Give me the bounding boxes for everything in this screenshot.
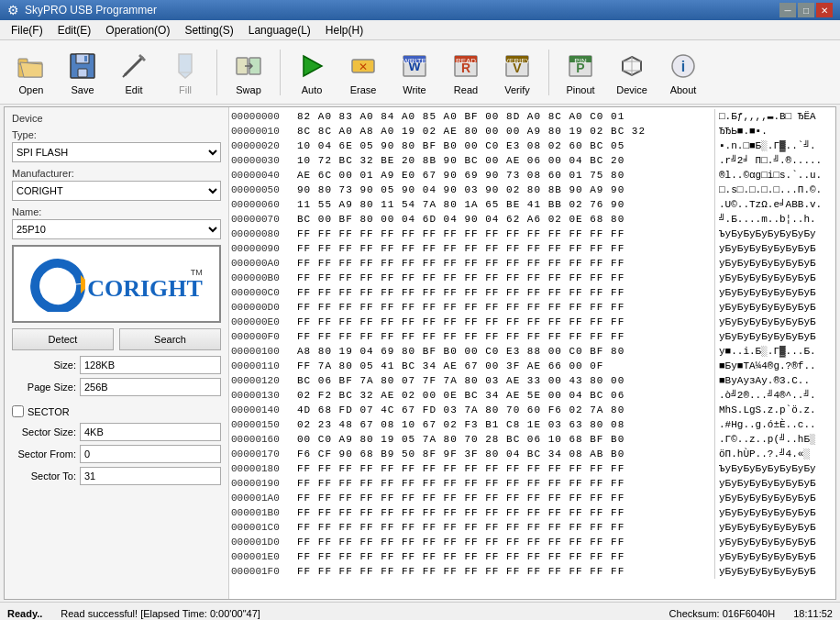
page-size-input[interactable] <box>80 378 221 396</box>
hex-bytes: 02 23 48 67 08 10 67 02 F3 B1 C8 1E 03 6… <box>297 417 714 432</box>
hex-row: 00000110 FF 7A 80 05 41 BC 34 AE 67 00 3… <box>231 359 834 373</box>
size-input[interactable] <box>80 356 221 374</box>
hex-address: 000000D0 <box>231 300 297 315</box>
save-button[interactable]: Save <box>59 44 106 101</box>
hex-address: 00000080 <box>231 227 297 241</box>
read-button[interactable]: READR Read <box>442 44 490 101</box>
hex-address: 000001A0 <box>231 491 297 505</box>
menu-file[interactable]: File(F) <box>4 22 50 39</box>
hex-bytes: FF FF FF FF FF FF FF FF FF FF FF FF FF F… <box>297 549 714 564</box>
hex-row: 000001B0 FF FF FF FF FF FF FF FF FF FF F… <box>231 505 834 520</box>
hex-row: 00000190 FF FF FF FF FF FF FF FF FF FF F… <box>231 476 834 491</box>
hex-row: 000001D0 FF FF FF FF FF FF FF FF FF FF F… <box>231 535 834 549</box>
size-label: Size: <box>12 360 76 371</box>
status-time: 18:11:52 <box>793 608 833 619</box>
open-button[interactable]: Open <box>7 44 55 101</box>
pinout-label: Pinout <box>566 84 594 95</box>
write-button[interactable]: WWRITE Write <box>391 44 438 101</box>
hex-ascii: ╝.Б....m..b¦..h. <box>714 212 834 227</box>
menu-language[interactable]: Language(L) <box>241 22 318 39</box>
hex-address: 00000160 <box>231 432 297 447</box>
hex-ascii: уБуБуБуБуБуБуБуБ <box>714 476 834 491</box>
erase-label: Erase <box>350 84 377 95</box>
hex-ascii: ЪуБуБуБуБуБуБуБу <box>714 227 834 241</box>
pinout-button[interactable]: PINP Pinout <box>557 44 604 101</box>
sector-checkbox[interactable] <box>12 405 24 417</box>
hex-row: 000000B0 FF FF FF FF FF FF FF FF FF FF F… <box>231 271 834 285</box>
status-bar: Ready.. Read successful! [Elapsed Time: … <box>0 602 840 620</box>
hex-address: 00000010 <box>231 124 297 138</box>
device-button[interactable]: Device <box>608 44 656 101</box>
hex-bytes: FF FF FF FF FF FF FF FF FF FF FF FF FF F… <box>297 315 714 329</box>
hex-address: 00000060 <box>231 197 297 212</box>
hex-address: 000000C0 <box>231 285 297 300</box>
hex-ascii: уБуБуБуБуБуБуБуБ <box>714 535 834 549</box>
save-label: Save <box>71 84 94 95</box>
manufacturer-select[interactable]: CORIGHT <box>12 181 221 201</box>
search-button[interactable]: Search <box>119 328 221 350</box>
logo-right-text: CORIGHT <box>87 277 203 301</box>
hex-address: 00000020 <box>231 138 297 153</box>
hex-row: 00000090 FF FF FF FF FF FF FF FF FF FF F… <box>231 241 834 256</box>
sector-size-input[interactable] <box>80 423 221 441</box>
hex-ascii: MhЅ.LgЅ.z.p`ö.z. <box>714 403 834 417</box>
open-icon <box>15 50 48 83</box>
auto-label: Auto <box>302 84 323 95</box>
main-content: Device Type: SPI FLASH Manufacturer: COR… <box>4 106 836 600</box>
swap-button[interactable]: Swap <box>225 44 272 101</box>
menu-help[interactable]: Help(H) <box>318 22 370 39</box>
hex-bytes: FF FF FF FF FF FF FF FF FF FF FF FF FF F… <box>297 476 714 491</box>
name-select[interactable]: 25P10 <box>12 219 221 239</box>
sector-size-row: Sector Size: <box>12 423 221 441</box>
auto-icon <box>295 50 328 83</box>
about-button[interactable]: i About <box>659 44 707 101</box>
hex-bytes: FF FF FF FF FF FF FF FF FF FF FF FF FF F… <box>297 564 714 579</box>
hex-address: 00000090 <box>231 241 297 256</box>
hex-row: 00000170 F6 CF 90 68 B9 50 8F 9F 3F 80 0… <box>231 447 834 461</box>
read-icon: READR <box>449 50 482 83</box>
hex-ascii: уБуБуБуБуБуБуБуБ <box>714 315 834 329</box>
hex-panel[interactable]: 00000000 82 A0 83 A0 84 A0 85 A0 BF 00 8… <box>229 107 835 599</box>
sector-size-label: Sector Size: <box>12 426 76 437</box>
fill-button[interactable]: Fill <box>161 44 209 101</box>
about-icon: i <box>667 50 700 83</box>
device-label: Device <box>616 84 647 95</box>
hex-bytes: 8C 8C A0 A8 A0 19 02 AE 80 00 00 A9 80 1… <box>297 124 714 138</box>
hex-row: 000000E0 FF FF FF FF FF FF FF FF FF FF F… <box>231 315 834 329</box>
maximize-button[interactable]: □ <box>798 3 814 17</box>
menu-setting[interactable]: Setting(S) <box>177 22 240 39</box>
hex-address: 000000B0 <box>231 271 297 285</box>
menu-edit[interactable]: Edit(E) <box>50 22 99 39</box>
read-label: Read <box>454 84 478 95</box>
menu-operation[interactable]: Operation(O) <box>98 22 177 39</box>
edit-button[interactable]: Edit <box>110 44 158 101</box>
hex-row: 00000010 8C 8C A0 A8 A0 19 02 AE 80 00 0… <box>231 124 834 138</box>
hex-ascii: ■Бу■ТА¼4®g.?®f.. <box>714 359 834 373</box>
svg-text:✕: ✕ <box>359 61 368 73</box>
auto-button[interactable]: Auto <box>288 44 336 101</box>
hex-bytes: FF FF FF FF FF FF FF FF FF FF FF FF FF F… <box>297 271 714 285</box>
hex-address: 00000180 <box>231 461 297 476</box>
close-button[interactable]: ✕ <box>816 3 833 17</box>
hex-bytes: 00 C0 A9 80 19 05 7A 80 70 28 BC 06 10 6… <box>297 432 714 447</box>
sector-from-input[interactable] <box>80 445 221 463</box>
hex-ascii: .Г©..z..p(╝..hБ░ <box>714 432 834 447</box>
hex-bytes: FF FF FF FF FF FF FF FF FF FF FF FF FF F… <box>297 227 714 241</box>
verify-label: Verify <box>504 84 530 95</box>
hex-bytes: 11 55 A9 80 11 54 7A 80 1A 65 BE 41 BB 0… <box>297 197 714 212</box>
edit-icon <box>117 50 150 83</box>
hex-ascii: □.Бƒ,,,,▬.В□ ЂЁА <box>714 109 834 124</box>
hex-address: 00000170 <box>231 447 297 461</box>
verify-button[interactable]: VERIFYV Verify <box>493 44 541 101</box>
detect-button[interactable]: Detect <box>12 328 114 350</box>
hex-row: 00000160 00 C0 A9 80 19 05 7A 80 70 28 B… <box>231 432 834 447</box>
type-select[interactable]: SPI FLASH <box>12 142 221 162</box>
minimize-button[interactable]: ─ <box>779 3 796 17</box>
hex-address: 000001E0 <box>231 549 297 564</box>
device-icon <box>615 50 648 83</box>
open-label: Open <box>19 84 44 95</box>
hex-bytes: F6 CF 90 68 B9 50 8F 9F 3F 80 04 BC 34 0… <box>297 447 714 461</box>
sector-to-input[interactable] <box>80 467 221 485</box>
erase-button[interactable]: ✕ Erase <box>339 44 387 101</box>
hex-row: 000001C0 FF FF FF FF FF FF FF FF FF FF F… <box>231 520 834 535</box>
